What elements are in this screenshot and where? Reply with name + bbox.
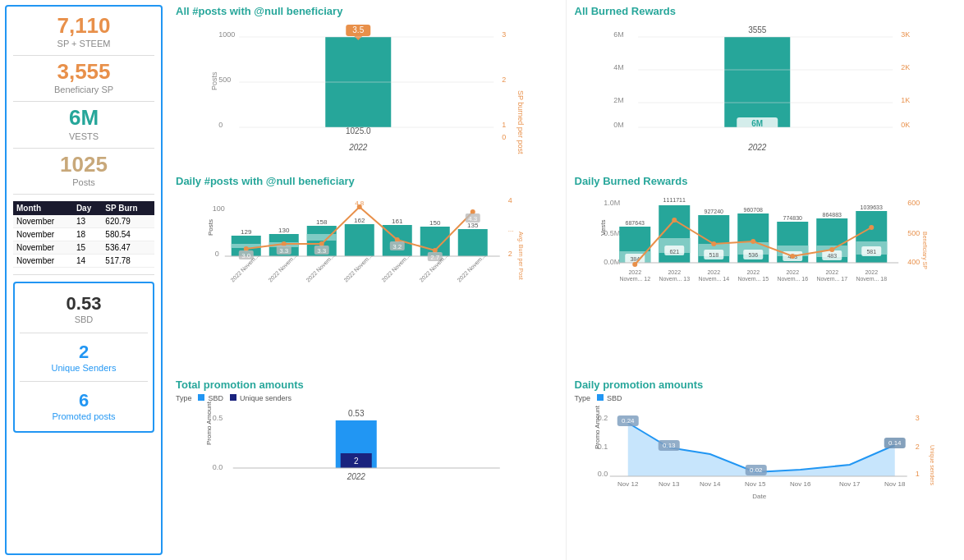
svg-text:100: 100 xyxy=(213,204,225,213)
table-row: November13620.79 xyxy=(13,215,154,228)
svg-text:1039633: 1039633 xyxy=(860,204,882,210)
svg-text:6M: 6M xyxy=(613,30,624,39)
sbd-stat: 0.53 SBD xyxy=(20,288,148,329)
svg-text:6M: 6M xyxy=(751,119,763,128)
beneficiary-sp-value: 3,555 xyxy=(13,59,154,85)
right-content: All #posts with @null beneficiary 1000 5… xyxy=(168,0,964,560)
svg-text:0M: 0M xyxy=(613,121,624,129)
svg-text:Unique senders: Unique senders xyxy=(928,445,934,486)
svg-rect-46 xyxy=(345,224,374,256)
svg-text:2: 2 xyxy=(508,250,512,258)
svg-text:0.0: 0.0 xyxy=(597,470,608,478)
promoted-stat: 6 Promoted posts xyxy=(20,385,148,426)
svg-text:2022: 2022 xyxy=(865,269,878,275)
total-promo-panel: Total promotion amounts Type SBD Unique … xyxy=(168,374,567,560)
svg-text:400: 400 xyxy=(907,258,920,266)
svg-text:2: 2 xyxy=(915,443,919,451)
svg-text:Posts: Posts xyxy=(210,71,218,90)
senders-stat: 2 Unique Senders xyxy=(20,337,148,378)
svg-text:3.3: 3.3 xyxy=(317,247,327,255)
charts-row-3: Total promotion amounts Type SBD Unique … xyxy=(168,374,964,560)
svg-text:...: ... xyxy=(508,226,514,233)
charts-row-2: Daily #posts with @null beneficiary 100 … xyxy=(168,170,964,374)
all-posts-chart: 1000 500 0 3 2 1 0 Posts SP burned per p… xyxy=(176,21,558,160)
svg-text:2: 2 xyxy=(502,76,506,84)
svg-text:1025.0: 1025.0 xyxy=(346,126,371,135)
svg-text:Novem... 16: Novem... 16 xyxy=(777,276,808,282)
svg-text:687643: 687643 xyxy=(625,220,644,226)
posts-value: 1025 xyxy=(13,152,154,177)
sbd-label: SBD xyxy=(20,314,148,324)
svg-text:3.3: 3.3 xyxy=(279,247,289,255)
svg-text:774830: 774830 xyxy=(783,215,801,221)
daily-burned-panel: Daily Burned Rewards 1.0M 0.5M 0.0M 600 … xyxy=(567,170,965,374)
svg-text:3555: 3555 xyxy=(748,25,767,34)
svg-text:0K: 0K xyxy=(901,121,910,129)
svg-text:600: 600 xyxy=(907,199,920,207)
sp-steem-label: SP + STEEM xyxy=(13,39,154,48)
svg-text:135: 135 xyxy=(467,222,479,229)
svg-text:1: 1 xyxy=(502,121,506,129)
svg-text:536: 536 xyxy=(748,252,758,258)
svg-text:1.0M: 1.0M xyxy=(604,199,620,207)
sp-steem-block: 7,110 SP + STEEM xyxy=(13,13,154,48)
col-day: Day xyxy=(73,201,102,215)
svg-text:0.13: 0.13 xyxy=(662,442,675,449)
svg-text:2022 Novem...: 2022 Novem... xyxy=(456,252,486,282)
svg-point-59 xyxy=(357,204,362,209)
svg-text:0.14: 0.14 xyxy=(888,439,901,447)
svg-point-132 xyxy=(869,225,874,230)
svg-text:130: 130 xyxy=(278,227,290,234)
svg-text:2M: 2M xyxy=(613,96,624,104)
svg-text:SP burned per post: SP burned per post xyxy=(516,90,525,154)
all-burned-panel: All Burned Rewards 6M 4M 2M 0M 3K 2K 1K … xyxy=(567,0,965,170)
svg-text:Promo Amount: Promo Amount xyxy=(593,405,600,449)
total-promo-chart: 0.5 0.0 Promo Amount 0.53 2 2022 xyxy=(176,404,558,511)
vests-label: VESTS xyxy=(13,131,154,141)
svg-text:3: 3 xyxy=(502,30,506,39)
legend-daily: Type SBD xyxy=(575,394,957,402)
svg-text:Novem... 13: Novem... 13 xyxy=(659,276,690,282)
svg-point-130 xyxy=(790,254,795,259)
sbd-value: 0.53 xyxy=(20,293,148,314)
all-posts-panel: All #posts with @null beneficiary 1000 5… xyxy=(168,0,567,170)
svg-text:927240: 927240 xyxy=(704,209,723,214)
main-container: 7,110 SP + STEEM 3,555 Beneficiary SP 6M… xyxy=(0,0,964,560)
svg-text:2022: 2022 xyxy=(747,143,767,152)
svg-text:621: 621 xyxy=(669,249,679,255)
col-month: Month xyxy=(13,201,73,215)
svg-point-128 xyxy=(711,241,716,246)
svg-text:0: 0 xyxy=(218,121,223,129)
svg-text:1000: 1000 xyxy=(218,30,235,39)
charts-row-1: All #posts with @null beneficiary 1000 5… xyxy=(168,0,964,170)
svg-text:0.0: 0.0 xyxy=(213,463,223,471)
promoted-label: Promoted posts xyxy=(20,411,148,421)
svg-text:0.0M: 0.0M xyxy=(604,258,620,266)
svg-text:581: 581 xyxy=(866,249,876,255)
svg-text:0.53: 0.53 xyxy=(348,409,365,418)
legend-senders: Unique senders xyxy=(240,394,291,402)
svg-text:2022: 2022 xyxy=(348,143,368,152)
svg-text:3: 3 xyxy=(915,414,919,422)
senders-value: 2 xyxy=(20,342,148,363)
legend-sbd: SBD xyxy=(209,394,224,402)
left-panel: 7,110 SP + STEEM 3,555 Beneficiary SP 6M… xyxy=(5,5,163,555)
svg-text:0.24: 0.24 xyxy=(621,417,634,425)
svg-text:500: 500 xyxy=(218,76,231,84)
svg-text:158: 158 xyxy=(316,218,328,226)
svg-text:Nov 14: Nov 14 xyxy=(700,480,721,488)
col-spburn: SP Burn xyxy=(102,201,154,215)
all-burned-title: All Burned Rewards xyxy=(575,5,957,17)
beneficiary-sp-block: 3,555 Beneficiary SP xyxy=(13,59,154,94)
svg-rect-44 xyxy=(307,234,337,241)
svg-text:2022: 2022 xyxy=(628,269,641,275)
svg-text:Novem... 12: Novem... 12 xyxy=(619,276,650,282)
svg-text:3.2: 3.2 xyxy=(392,243,402,250)
daily-burned-chart: 1.0M 0.5M 0.0M 600 500 400 687643 384 xyxy=(575,190,957,334)
svg-text:161: 161 xyxy=(392,218,403,225)
svg-text:2K: 2K xyxy=(901,63,910,71)
legend-total: Type SBD Unique senders xyxy=(176,394,558,402)
daily-posts-panel: Daily #posts with @null beneficiary 100 … xyxy=(168,170,567,374)
svg-text:0: 0 xyxy=(502,133,506,141)
vests-block: 6M VESTS xyxy=(13,105,154,140)
